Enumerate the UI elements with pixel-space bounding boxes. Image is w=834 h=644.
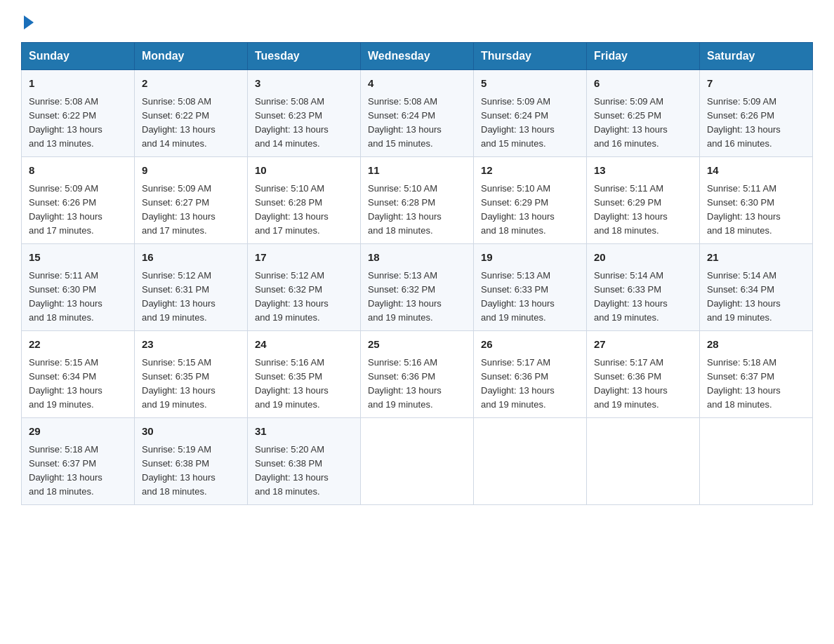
- day-info: Sunrise: 5:16 AMSunset: 6:36 PMDaylight:…: [368, 357, 442, 410]
- calendar-cell: 8 Sunrise: 5:09 AMSunset: 6:26 PMDayligh…: [22, 157, 135, 244]
- calendar-week-row: 22 Sunrise: 5:15 AMSunset: 6:34 PMDaylig…: [22, 331, 813, 418]
- logo: [21, 14, 34, 29]
- calendar-cell: 23 Sunrise: 5:15 AMSunset: 6:35 PMDaylig…: [135, 331, 248, 418]
- day-number: 9: [142, 163, 240, 179]
- day-info: Sunrise: 5:08 AMSunset: 6:24 PMDaylight:…: [368, 96, 442, 149]
- day-number: 1: [29, 76, 127, 92]
- day-number: 4: [368, 76, 466, 92]
- calendar-header-row: SundayMondayTuesdayWednesdayThursdayFrid…: [22, 43, 813, 70]
- day-info: Sunrise: 5:10 AMSunset: 6:29 PMDaylight:…: [481, 183, 555, 236]
- day-number: 7: [707, 76, 805, 92]
- day-number: 22: [29, 337, 127, 353]
- weekday-header-thursday: Thursday: [474, 43, 587, 70]
- day-number: 18: [368, 250, 466, 266]
- day-number: 2: [142, 76, 240, 92]
- calendar-cell: 12 Sunrise: 5:10 AMSunset: 6:29 PMDaylig…: [474, 157, 587, 244]
- calendar-cell: 19 Sunrise: 5:13 AMSunset: 6:33 PMDaylig…: [474, 244, 587, 331]
- calendar-week-row: 29 Sunrise: 5:18 AMSunset: 6:37 PMDaylig…: [22, 418, 813, 505]
- calendar-cell: 2 Sunrise: 5:08 AMSunset: 6:22 PMDayligh…: [135, 70, 248, 157]
- day-number: 27: [594, 337, 692, 353]
- calendar-cell: 14 Sunrise: 5:11 AMSunset: 6:30 PMDaylig…: [700, 157, 813, 244]
- calendar-cell: 11 Sunrise: 5:10 AMSunset: 6:28 PMDaylig…: [361, 157, 474, 244]
- day-number: 10: [255, 163, 353, 179]
- day-info: Sunrise: 5:08 AMSunset: 6:22 PMDaylight:…: [142, 96, 216, 149]
- calendar-cell: 27 Sunrise: 5:17 AMSunset: 6:36 PMDaylig…: [587, 331, 700, 418]
- weekday-header-saturday: Saturday: [700, 43, 813, 70]
- day-info: Sunrise: 5:12 AMSunset: 6:31 PMDaylight:…: [142, 270, 216, 323]
- day-number: 30: [142, 424, 240, 440]
- weekday-header-monday: Monday: [135, 43, 248, 70]
- day-info: Sunrise: 5:09 AMSunset: 6:26 PMDaylight:…: [707, 96, 781, 149]
- day-info: Sunrise: 5:09 AMSunset: 6:24 PMDaylight:…: [481, 96, 555, 149]
- day-number: 29: [29, 424, 127, 440]
- day-number: 3: [255, 76, 353, 92]
- day-info: Sunrise: 5:17 AMSunset: 6:36 PMDaylight:…: [594, 357, 668, 410]
- calendar-cell: 10 Sunrise: 5:10 AMSunset: 6:28 PMDaylig…: [248, 157, 361, 244]
- calendar-cell: 29 Sunrise: 5:18 AMSunset: 6:37 PMDaylig…: [22, 418, 135, 505]
- calendar-cell: 17 Sunrise: 5:12 AMSunset: 6:32 PMDaylig…: [248, 244, 361, 331]
- calendar-week-row: 15 Sunrise: 5:11 AMSunset: 6:30 PMDaylig…: [22, 244, 813, 331]
- day-number: 17: [255, 250, 353, 266]
- day-info: Sunrise: 5:10 AMSunset: 6:28 PMDaylight:…: [255, 183, 329, 236]
- calendar-cell: 26 Sunrise: 5:17 AMSunset: 6:36 PMDaylig…: [474, 331, 587, 418]
- weekday-header-friday: Friday: [587, 43, 700, 70]
- day-number: 13: [594, 163, 692, 179]
- calendar-cell: 16 Sunrise: 5:12 AMSunset: 6:31 PMDaylig…: [135, 244, 248, 331]
- logo-arrow-icon: [24, 15, 34, 29]
- calendar-cell: 7 Sunrise: 5:09 AMSunset: 6:26 PMDayligh…: [700, 70, 813, 157]
- day-number: 8: [29, 163, 127, 179]
- day-info: Sunrise: 5:16 AMSunset: 6:35 PMDaylight:…: [255, 357, 329, 410]
- day-number: 24: [255, 337, 353, 353]
- day-info: Sunrise: 5:11 AMSunset: 6:30 PMDaylight:…: [707, 183, 781, 236]
- weekday-header-tuesday: Tuesday: [248, 43, 361, 70]
- day-number: 5: [481, 76, 579, 92]
- calendar-cell: 4 Sunrise: 5:08 AMSunset: 6:24 PMDayligh…: [361, 70, 474, 157]
- calendar-cell: 18 Sunrise: 5:13 AMSunset: 6:32 PMDaylig…: [361, 244, 474, 331]
- calendar-cell: 13 Sunrise: 5:11 AMSunset: 6:29 PMDaylig…: [587, 157, 700, 244]
- day-info: Sunrise: 5:15 AMSunset: 6:35 PMDaylight:…: [142, 357, 216, 410]
- day-number: 11: [368, 163, 466, 179]
- day-number: 14: [707, 163, 805, 179]
- calendar-cell: 31 Sunrise: 5:20 AMSunset: 6:38 PMDaylig…: [248, 418, 361, 505]
- calendar-cell: [361, 418, 474, 505]
- day-number: 19: [481, 250, 579, 266]
- day-info: Sunrise: 5:18 AMSunset: 6:37 PMDaylight:…: [29, 444, 102, 497]
- calendar-week-row: 1 Sunrise: 5:08 AMSunset: 6:22 PMDayligh…: [22, 70, 813, 157]
- day-info: Sunrise: 5:13 AMSunset: 6:33 PMDaylight:…: [481, 270, 555, 323]
- day-info: Sunrise: 5:08 AMSunset: 6:22 PMDaylight:…: [29, 96, 102, 149]
- day-number: 25: [368, 337, 466, 353]
- calendar-cell: 5 Sunrise: 5:09 AMSunset: 6:24 PMDayligh…: [474, 70, 587, 157]
- day-info: Sunrise: 5:15 AMSunset: 6:34 PMDaylight:…: [29, 357, 102, 410]
- day-number: 6: [594, 76, 692, 92]
- day-info: Sunrise: 5:09 AMSunset: 6:26 PMDaylight:…: [29, 183, 102, 236]
- day-number: 28: [707, 337, 805, 353]
- weekday-header-wednesday: Wednesday: [361, 43, 474, 70]
- day-info: Sunrise: 5:12 AMSunset: 6:32 PMDaylight:…: [255, 270, 329, 323]
- page-header: [21, 14, 813, 29]
- calendar-cell: 20 Sunrise: 5:14 AMSunset: 6:33 PMDaylig…: [587, 244, 700, 331]
- day-number: 20: [594, 250, 692, 266]
- calendar-cell: 6 Sunrise: 5:09 AMSunset: 6:25 PMDayligh…: [587, 70, 700, 157]
- calendar-cell: [587, 418, 700, 505]
- day-number: 16: [142, 250, 240, 266]
- weekday-header-sunday: Sunday: [22, 43, 135, 70]
- day-info: Sunrise: 5:17 AMSunset: 6:36 PMDaylight:…: [481, 357, 555, 410]
- day-number: 31: [255, 424, 353, 440]
- calendar-cell: 25 Sunrise: 5:16 AMSunset: 6:36 PMDaylig…: [361, 331, 474, 418]
- calendar-cell: [700, 418, 813, 505]
- calendar-cell: 21 Sunrise: 5:14 AMSunset: 6:34 PMDaylig…: [700, 244, 813, 331]
- calendar-week-row: 8 Sunrise: 5:09 AMSunset: 6:26 PMDayligh…: [22, 157, 813, 244]
- calendar-cell: 28 Sunrise: 5:18 AMSunset: 6:37 PMDaylig…: [700, 331, 813, 418]
- day-info: Sunrise: 5:09 AMSunset: 6:27 PMDaylight:…: [142, 183, 216, 236]
- day-info: Sunrise: 5:19 AMSunset: 6:38 PMDaylight:…: [142, 444, 216, 497]
- day-info: Sunrise: 5:10 AMSunset: 6:28 PMDaylight:…: [368, 183, 442, 236]
- day-info: Sunrise: 5:11 AMSunset: 6:29 PMDaylight:…: [594, 183, 668, 236]
- day-info: Sunrise: 5:20 AMSunset: 6:38 PMDaylight:…: [255, 444, 329, 497]
- calendar-cell: 30 Sunrise: 5:19 AMSunset: 6:38 PMDaylig…: [135, 418, 248, 505]
- day-number: 21: [707, 250, 805, 266]
- calendar-cell: 15 Sunrise: 5:11 AMSunset: 6:30 PMDaylig…: [22, 244, 135, 331]
- day-info: Sunrise: 5:13 AMSunset: 6:32 PMDaylight:…: [368, 270, 442, 323]
- calendar-cell: 9 Sunrise: 5:09 AMSunset: 6:27 PMDayligh…: [135, 157, 248, 244]
- day-info: Sunrise: 5:14 AMSunset: 6:34 PMDaylight:…: [707, 270, 781, 323]
- day-info: Sunrise: 5:11 AMSunset: 6:30 PMDaylight:…: [29, 270, 102, 323]
